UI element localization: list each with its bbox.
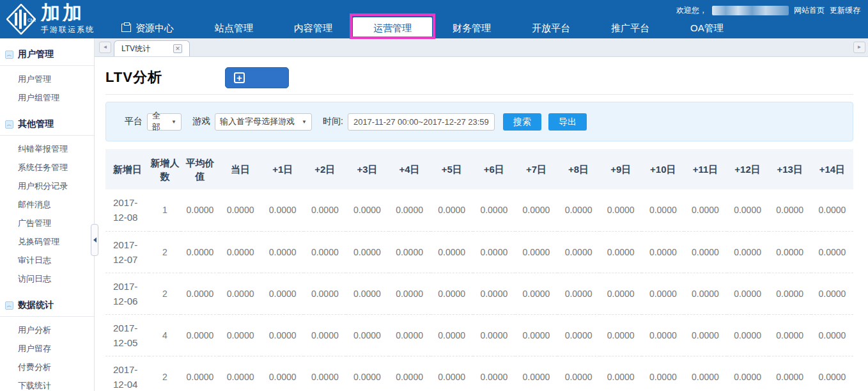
column-header: +3日 <box>346 149 388 189</box>
value-cell: 0.0000 <box>261 189 304 231</box>
nav-item[interactable]: 站点管理 <box>194 17 274 38</box>
nav-item[interactable]: 财务管理 <box>432 17 511 38</box>
value-cell: 0.0000 <box>684 273 726 314</box>
nav-item[interactable]: 运营管理 <box>353 17 432 38</box>
export-button[interactable]: 导出 <box>548 113 587 131</box>
time-label: 时间: <box>323 116 343 127</box>
value-cell: 0.0000 <box>473 314 515 356</box>
sidebar-item[interactable]: 用户留存 <box>0 340 94 358</box>
new-users-cell: 4 <box>149 314 181 356</box>
nav-item[interactable]: OA管理 <box>670 17 744 38</box>
column-header: +2日 <box>304 149 346 189</box>
value-cell: 0.0000 <box>515 356 557 391</box>
new-date-cell: 2017-12-05 <box>105 314 149 356</box>
home-link[interactable]: 网站首页 <box>794 5 825 16</box>
tab-label: LTV统计 <box>121 44 150 54</box>
page-title: LTV分析 <box>105 68 162 87</box>
sidebar-section: ︿其他管理纠错举报管理系统任务管理用户积分记录邮件消息广告管理兑换码管理审计日志… <box>0 115 94 288</box>
sidebar-item[interactable]: 用户分析 <box>0 321 94 339</box>
column-header: +5日 <box>431 149 473 189</box>
value-cell: 0.0000 <box>431 273 473 314</box>
sidebar-item[interactable]: 纠错举报管理 <box>0 140 94 158</box>
tab-scroll-right-icon[interactable]: ► <box>853 42 865 53</box>
nav-item-label: 内容管理 <box>294 17 332 38</box>
sidebar-item[interactable]: 兑换码管理 <box>0 233 94 251</box>
logo-subtitle: 手游联运系统 <box>41 24 95 35</box>
nav-item[interactable]: 推广平台 <box>591 17 670 38</box>
platform-select[interactable]: 全部 ▼ <box>147 113 182 131</box>
tab-close-icon[interactable]: ✕ <box>173 44 182 53</box>
tab-bar: ◄ LTV统计 ✕ ► <box>95 38 868 57</box>
sidebar-section-header[interactable]: ︿用户管理 <box>0 45 94 66</box>
time-range-value: 2017-11-27 00:00~2017-12-27 23:59 <box>353 117 489 127</box>
column-header: +10日 <box>642 149 684 189</box>
column-header: 平均价值 <box>181 149 219 189</box>
nav-item-label: 资源中心 <box>136 17 174 38</box>
value-cell: 0.0000 <box>600 189 642 231</box>
column-header: +1日 <box>261 149 304 189</box>
collapse-section-icon: ︿ <box>5 51 13 59</box>
filter-panel: 平台 全部 ▼ 游戏 输入首字母选择游戏 ▼ 时间: 2017-11-27 00… <box>105 102 853 141</box>
column-header: +13日 <box>769 149 811 189</box>
sidebar-item[interactable]: 邮件消息 <box>0 196 94 214</box>
tab-scroll-left-icon[interactable]: ◄ <box>99 42 111 53</box>
value-cell: 0.0000 <box>769 273 811 314</box>
new-date-cell: 2017-12-06 <box>105 273 149 314</box>
sidebar-item[interactable]: 付费分析 <box>0 358 94 376</box>
value-cell: 0.0000 <box>557 273 600 314</box>
column-header: +14日 <box>811 149 853 189</box>
nav-item[interactable]: 资源中心 <box>101 17 194 38</box>
time-range-input[interactable]: 2017-11-27 00:00~2017-12-27 23:59 <box>348 113 495 131</box>
table-row: 2017-12-0420.00000.00000.00000.00000.000… <box>105 356 853 391</box>
sidebar-section-header[interactable]: ︿数据统计 <box>0 296 94 317</box>
value-cell: 0.0000 <box>811 356 853 391</box>
plus-icon: + <box>234 72 245 83</box>
refresh-cache-link[interactable]: 更新缓存 <box>830 5 860 16</box>
add-button[interactable]: + <box>225 67 289 88</box>
value-cell: 0.0000 <box>642 189 684 231</box>
sidebar-item[interactable]: 用户管理 <box>0 70 94 88</box>
value-cell: 0.0000 <box>261 273 304 314</box>
new-date-cell: 2017-12-04 <box>105 356 149 391</box>
value-cell: 0.0000 <box>727 273 769 314</box>
game-label: 游戏 <box>192 116 210 127</box>
value-cell: 0.0000 <box>473 189 515 231</box>
column-header: 新增日 <box>105 149 149 189</box>
sidebar-item[interactable]: 广告管理 <box>0 214 94 232</box>
column-header: +12日 <box>727 149 769 189</box>
value-cell: 0.0000 <box>389 273 431 314</box>
nav-item-label: 推广平台 <box>611 17 649 38</box>
sidebar-item[interactable]: 审计日志 <box>0 251 94 269</box>
table-row: 2017-12-0720.00000.00000.00000.00000.000… <box>105 231 853 273</box>
sidebar-item[interactable]: 系统任务管理 <box>0 159 94 177</box>
search-button[interactable]: 搜索 <box>503 113 541 131</box>
sidebar: ︿用户管理用户管理用户组管理︿其他管理纠错举报管理系统任务管理用户积分记录邮件消… <box>0 38 95 391</box>
sidebar-item[interactable]: 下载统计 <box>0 377 94 391</box>
value-cell: 0.0000 <box>515 273 557 314</box>
value-cell: 0.0000 <box>642 314 684 356</box>
table-row: 2017-12-0620.00000.00000.00000.00000.000… <box>105 273 853 314</box>
value-cell: 0.0000 <box>642 356 684 391</box>
value-cell: 0.0000 <box>600 314 642 356</box>
tab-ltv-statistics[interactable]: LTV统计 ✕ <box>114 40 190 56</box>
sidebar-item[interactable]: 用户积分记录 <box>0 177 94 195</box>
nav-item[interactable]: 开放平台 <box>511 17 591 38</box>
nav-item[interactable]: 内容管理 <box>274 17 353 38</box>
sidebar-item[interactable]: 用户组管理 <box>0 89 94 107</box>
value-cell: 0.0000 <box>181 314 219 356</box>
nav-item-label: 运营管理 <box>373 17 412 38</box>
value-cell: 0.0000 <box>642 273 684 314</box>
new-users-cell: 2 <box>149 356 181 391</box>
value-cell: 0.0000 <box>684 314 726 356</box>
sidebar-section-header[interactable]: ︿其他管理 <box>0 115 94 136</box>
value-cell: 0.0000 <box>431 231 473 273</box>
value-cell: 0.0000 <box>515 314 557 356</box>
game-select[interactable]: 输入首字母选择游戏 ▼ <box>215 113 312 131</box>
value-cell: 0.0000 <box>181 231 219 273</box>
sidebar-collapse-handle[interactable] <box>91 224 98 256</box>
table-header-row: 新增日新增人数平均价值当日+1日+2日+3日+4日+5日+6日+7日+8日+9日… <box>105 149 853 189</box>
value-cell: 0.0000 <box>727 314 769 356</box>
sidebar-item[interactable]: 访问日志 <box>0 270 94 288</box>
value-cell: 0.0000 <box>219 314 261 356</box>
value-cell: 0.0000 <box>769 314 811 356</box>
